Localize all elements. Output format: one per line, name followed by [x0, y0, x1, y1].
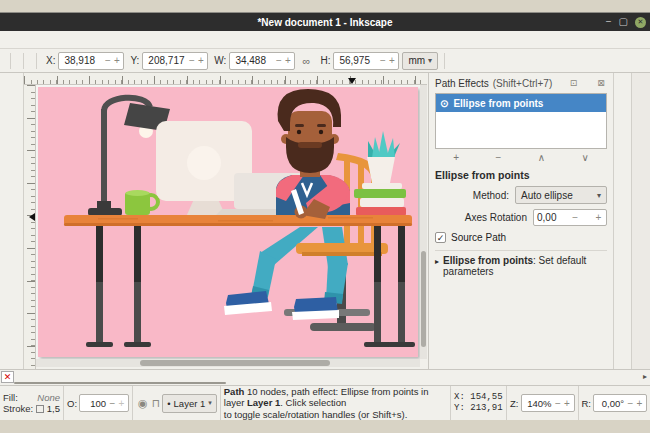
w-field[interactable]: 34,488−+ [229, 52, 295, 70]
opacity-plus-button[interactable]: + [117, 398, 126, 409]
ruler-cursor-marker [29, 213, 35, 221]
axes-rotation-label: Axes Rotation [465, 212, 527, 223]
effect-section-title: Ellipse from points [435, 169, 607, 181]
effect-list[interactable]: ⊙ Ellipse from points [435, 93, 607, 149]
expander-arrow-icon: ▸ [435, 257, 439, 266]
panel-title: Path Effects [435, 78, 489, 89]
separator [23, 53, 24, 69]
close-button[interactable]: ✕ [635, 17, 646, 28]
lock-ratio-icon[interactable]: ∞ [298, 53, 314, 69]
chevron-down-icon: ▾ [597, 191, 601, 200]
stroke-label: Stroke: [3, 403, 33, 414]
h-minus-button[interactable]: − [378, 55, 387, 66]
rotation-field[interactable]: 0,00°−+ [593, 394, 647, 412]
remove-effect-button[interactable]: − [495, 152, 501, 163]
opacity-field[interactable]: 100−+ [79, 394, 129, 412]
w-minus-button[interactable]: − [274, 55, 283, 66]
w-field-label: W: [214, 55, 226, 66]
chevron-down-icon: ▾ [208, 399, 212, 407]
tool-controls-bar: X: 38,918−+ Y: 208,717−+ W: 34,488−+ ∞ H… [0, 49, 650, 73]
fill-label: Fill: [3, 392, 18, 403]
source-path-checkbox-row[interactable]: ✓ Source Path [435, 230, 607, 245]
toolbox [0, 73, 24, 369]
menubar [0, 31, 650, 49]
rotation-label: R: [582, 398, 592, 409]
h-field[interactable]: 56,975−+ [333, 52, 399, 70]
maximize-button[interactable]: ▢ [619, 17, 628, 27]
stroke-width: 1,5 [47, 403, 60, 414]
separator [10, 53, 11, 69]
layer-selector[interactable]: •Layer 1 ▾ [162, 394, 217, 413]
axes-rotation-minus-button[interactable]: − [571, 212, 580, 223]
minimize-button[interactable]: − [606, 17, 612, 27]
w-plus-button[interactable]: + [283, 55, 292, 66]
y-plus-button[interactable]: + [196, 55, 205, 66]
inkscape-window: *New document 1 - Inkscape − ▢ ✕ X: 38,9… [0, 12, 650, 419]
no-color-swatch[interactable]: ✕ [1, 371, 14, 383]
fill-stroke-indicator[interactable]: Fill:None Stroke:1,5 [0, 386, 64, 420]
ruler-cursor-marker [348, 78, 356, 84]
titlebar[interactable]: *New document 1 - Inkscape − ▢ ✕ [0, 13, 650, 31]
opacity-label: O: [67, 398, 77, 409]
method-dropdown[interactable]: Auto ellipse ▾ [515, 186, 607, 204]
canvas[interactable] [36, 85, 420, 359]
h-field-label: H: [320, 55, 330, 66]
h-plus-button[interactable]: + [387, 55, 396, 66]
add-effect-button[interactable]: + [453, 152, 459, 163]
layer-visibility-icon[interactable]: ◉ [138, 397, 148, 410]
y-field-label: Y: [130, 55, 139, 66]
layer-lock-icon[interactable]: ⊓ [152, 397, 161, 410]
x-field[interactable]: 38,918−+ [58, 52, 124, 70]
panel-shortcut: (Shift+Ctrl+7) [493, 78, 552, 89]
vertical-ruler[interactable] [24, 85, 36, 369]
iconify-panel-icon[interactable]: ⊡ [568, 78, 580, 88]
visibility-icon[interactable]: ⊙ [440, 98, 448, 109]
effect-list-item-selected[interactable]: ⊙ Ellipse from points [436, 94, 606, 112]
desk-top [64, 215, 412, 226]
horizontal-ruler[interactable] [24, 73, 427, 85]
x-plus-button[interactable]: + [112, 55, 121, 66]
x-minus-button[interactable]: − [103, 55, 112, 66]
opacity-minus-button[interactable]: − [108, 398, 117, 409]
set-default-parameters-expander[interactable]: ▸ Ellipse from points: Set default param… [435, 250, 607, 277]
snap-toolbar [631, 73, 650, 369]
zoom-field[interactable]: 140%−+ [521, 394, 575, 412]
axes-rotation-field[interactable]: 0,00 − + [533, 209, 607, 226]
status-bar: Fill:None Stroke:1,5 O: 100−+ ◉ ⊓ •Layer… [0, 385, 650, 420]
rotation-minus-button[interactable]: − [626, 398, 635, 409]
y-field[interactable]: 208,717−+ [142, 52, 208, 70]
zoom-plus-button[interactable]: + [563, 398, 572, 409]
separator [444, 53, 445, 69]
unit-dropdown[interactable]: mm▾ [402, 52, 438, 70]
effect-item-label: Ellipse from points [453, 98, 543, 109]
document-page[interactable] [38, 87, 418, 357]
axes-rotation-plus-button[interactable]: + [594, 212, 603, 223]
path-effects-panel: Path Effects (Shift+Ctrl+7) ⊡ ⊠ ⊙ Ellips… [428, 73, 613, 369]
close-panel-icon[interactable]: ⊠ [595, 78, 607, 88]
color-palette: ✕ ▸ [0, 369, 650, 385]
palette-scrollbar[interactable] [14, 382, 226, 384]
commands-toolbar [613, 73, 631, 369]
zoom-label: Z: [510, 398, 518, 409]
window-title: *New document 1 - Inkscape [257, 17, 392, 28]
stroke-color-swatch[interactable] [36, 405, 44, 413]
x-field-label: X: [46, 55, 55, 66]
chevron-down-icon: ▾ [428, 56, 432, 65]
canvas-artwork [38, 87, 418, 357]
method-label: Method: [473, 190, 509, 201]
zoom-minus-button[interactable]: − [554, 398, 563, 409]
move-down-button[interactable]: ∨ [581, 152, 588, 163]
palette-scroll-arrow[interactable]: ▸ [640, 371, 650, 383]
vertical-scrollbar-thumb[interactable] [421, 251, 426, 347]
horizontal-scrollbar[interactable] [36, 359, 420, 367]
move-up-button[interactable]: ∧ [538, 152, 545, 163]
source-path-label: Source Path [451, 232, 506, 243]
rotation-plus-button[interactable]: + [635, 398, 644, 409]
cursor-coordinates: X: 154,55 Y: 213,91 [451, 386, 507, 420]
vertical-scrollbar[interactable] [420, 85, 427, 359]
y-minus-button[interactable]: − [187, 55, 196, 66]
main-area: Path Effects (Shift+Ctrl+7) ⊡ ⊠ ⊙ Ellips… [0, 73, 650, 369]
fill-value: None [37, 392, 60, 403]
horizontal-scrollbar-thumb[interactable] [140, 360, 330, 366]
source-path-checkbox[interactable]: ✓ [435, 232, 446, 243]
